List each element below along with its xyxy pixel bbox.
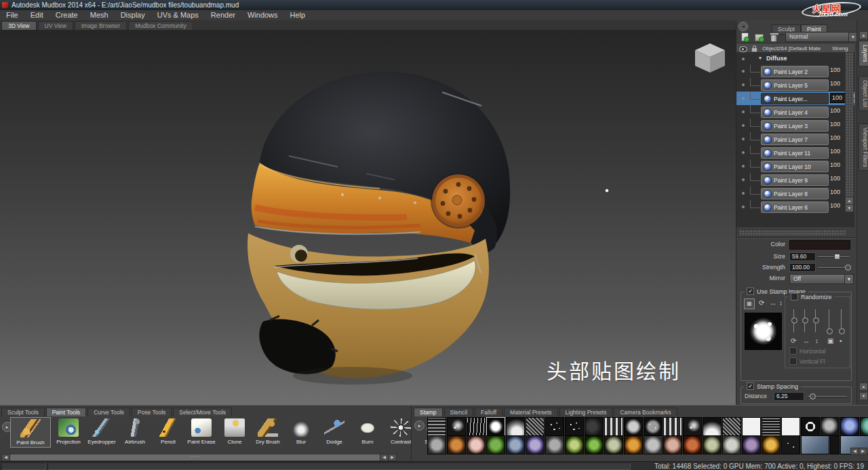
layer-row[interactable]: Paint Layer 10 100 ▸ xyxy=(736,159,854,173)
slider-thumb[interactable] xyxy=(802,317,808,324)
tool-item[interactable]: Paint Erase xyxy=(186,417,217,446)
layer-dot[interactable] xyxy=(742,151,745,154)
stamp-thumbnail[interactable] xyxy=(447,435,466,454)
slider-thumb[interactable] xyxy=(791,317,797,324)
layer-strength-value[interactable]: 100 xyxy=(830,189,846,195)
layer-dot[interactable] xyxy=(742,205,745,208)
slider-thumb[interactable] xyxy=(827,328,833,334)
side-tab-layers[interactable]: Layers xyxy=(859,41,868,66)
scroll-right-icon[interactable]: ▶ xyxy=(388,454,397,461)
stamp-thumbnail[interactable] xyxy=(506,417,525,436)
stamp-thumbnail[interactable] xyxy=(585,435,604,454)
layer-dot[interactable] xyxy=(742,178,745,181)
new-layer-icon[interactable] xyxy=(741,33,749,41)
tool-item[interactable]: Contrast xyxy=(385,417,416,446)
stamp-thumbnail[interactable] xyxy=(663,435,682,454)
layer-strength-value[interactable]: 100 xyxy=(830,80,846,87)
panel-collapse-button[interactable]: ◂ xyxy=(738,22,748,31)
stamp-thumbnail[interactable] xyxy=(830,435,840,454)
layer-strength-value[interactable]: 100 xyxy=(830,202,846,209)
tool-item[interactable]: Dodge xyxy=(319,417,350,446)
stamp-thumbnail[interactable] xyxy=(742,417,761,436)
stamp-spacing-checkbox[interactable]: ✓ xyxy=(747,383,754,390)
layer-button[interactable]: Paint Layer 8 xyxy=(761,188,829,199)
stamp-thumbnail[interactable] xyxy=(762,435,781,454)
stamp-thumbnail[interactable] xyxy=(801,435,829,454)
layer-dot[interactable] xyxy=(742,83,745,86)
layer-button[interactable]: Paint Layer 6 xyxy=(761,201,829,213)
flip-horizontal-icon[interactable]: ↔ xyxy=(803,338,810,345)
flip-horizontal-icon[interactable]: ↔ xyxy=(770,300,776,307)
view-tab[interactable]: 3D View xyxy=(1,21,37,30)
scroll-left-icon[interactable]: ◀ xyxy=(1,454,10,461)
stamp-browse-button[interactable]: ▦ xyxy=(744,298,755,309)
size-field[interactable]: 59.60 xyxy=(789,252,816,261)
strength-slider[interactable] xyxy=(818,267,849,268)
layer-group-row[interactable]: ▾ Diffuse xyxy=(736,52,854,64)
caret-down-icon[interactable]: ▾ xyxy=(759,52,762,64)
layer-button[interactable]: Paint Layer 2 xyxy=(761,66,829,77)
mirror-dropdown[interactable]: Off ▼ xyxy=(789,274,854,284)
stamp-thumbnail[interactable] xyxy=(762,417,781,436)
slider-thumb[interactable] xyxy=(845,265,851,271)
flip-vertical-icon[interactable]: ↕ xyxy=(815,338,818,345)
stamp-thumbnail[interactable] xyxy=(644,417,663,436)
tool-item[interactable]: Dry Brush xyxy=(252,417,283,446)
layer-dot[interactable] xyxy=(742,97,745,100)
tool-item[interactable]: Burn xyxy=(352,417,383,446)
rotate-icon[interactable]: ⟳ xyxy=(791,338,796,345)
layer-button[interactable]: Paint Layer... xyxy=(761,93,829,104)
layer-row[interactable]: Paint Layer 2 100 ▸ xyxy=(736,64,854,78)
layer-dot[interactable] xyxy=(742,111,745,113)
preset-tab[interactable]: Stamp xyxy=(414,408,443,416)
menu-item[interactable]: Mesh xyxy=(84,10,115,20)
scroll-down-icon[interactable]: ▼ xyxy=(845,204,854,212)
layer-row[interactable]: Paint Layer 6 100 ▸ xyxy=(736,200,854,214)
layer-strength-value[interactable]: 100 xyxy=(830,161,846,168)
stamp-thumbnail[interactable] xyxy=(526,435,545,454)
horizontal-checkbox[interactable] xyxy=(789,347,797,355)
layer-button[interactable]: Paint Layer 11 xyxy=(761,147,829,159)
stamp-thumbnail[interactable] xyxy=(545,435,564,454)
menu-item[interactable]: Display xyxy=(115,10,151,20)
stamp-thumbnail[interactable] xyxy=(703,435,722,454)
vertical-checkbox[interactable] xyxy=(789,357,797,365)
stamp-thumbnail[interactable] xyxy=(585,417,604,436)
layer-row[interactable]: Paint Layer 9 100 ▸ xyxy=(736,173,854,187)
layer-row[interactable]: Paint Layer... 100 ▸ xyxy=(736,92,854,105)
slider-thumb[interactable] xyxy=(813,317,819,324)
layer-button[interactable]: Paint Layer 3 xyxy=(761,120,829,132)
color-swatch[interactable] xyxy=(789,240,850,250)
menu-item[interactable]: Edit xyxy=(24,10,50,20)
scroll-up-icon[interactable]: ▲ xyxy=(859,31,868,39)
layer-button[interactable]: Paint Layer 10 xyxy=(761,161,829,172)
view-tab[interactable]: UV View xyxy=(38,21,73,30)
tool-item[interactable]: Projection xyxy=(53,417,84,446)
merge-layer-icon[interactable] xyxy=(755,34,764,41)
stamp-thumbnail[interactable] xyxy=(840,417,859,436)
scroll-up-icon[interactable]: ▲ xyxy=(859,383,868,391)
visibility-eye-icon[interactable] xyxy=(739,46,747,52)
side-tab-object-list[interactable]: Object List xyxy=(859,76,868,111)
stamp-thumbnail[interactable] xyxy=(860,417,868,436)
layer-strength-value[interactable]: 100 xyxy=(830,66,846,73)
stamp-thumbnail[interactable] xyxy=(486,435,505,454)
tool-item[interactable]: Pencil xyxy=(153,417,184,446)
menu-item[interactable]: Create xyxy=(50,10,84,20)
layer-strength-value[interactable]: 100 xyxy=(830,134,846,141)
stamp-thumbnail[interactable] xyxy=(447,417,466,436)
tool-tab[interactable]: Sculpt Tools xyxy=(1,408,45,416)
stamp-thumbnail[interactable] xyxy=(427,435,446,454)
tool-item[interactable]: Eyedropper xyxy=(86,417,117,446)
preset-tab[interactable]: Lighting Presets xyxy=(559,408,613,416)
stamp-thumbnail[interactable] xyxy=(644,435,663,454)
layer-dot[interactable] xyxy=(742,138,745,140)
layer-row[interactable]: Paint Layer 8 100 ▸ xyxy=(736,187,854,200)
menu-item[interactable]: Render xyxy=(205,10,241,20)
stamp-thumbnail[interactable] xyxy=(427,417,446,436)
layer-strength-value[interactable]: 100 xyxy=(830,148,846,155)
stamp-thumbnail[interactable] xyxy=(565,417,584,436)
layer-row[interactable]: Paint Layer 3 100 ▸ xyxy=(736,119,854,132)
distance-slider[interactable] xyxy=(808,396,847,397)
stamp-thumbnail[interactable] xyxy=(604,417,623,436)
